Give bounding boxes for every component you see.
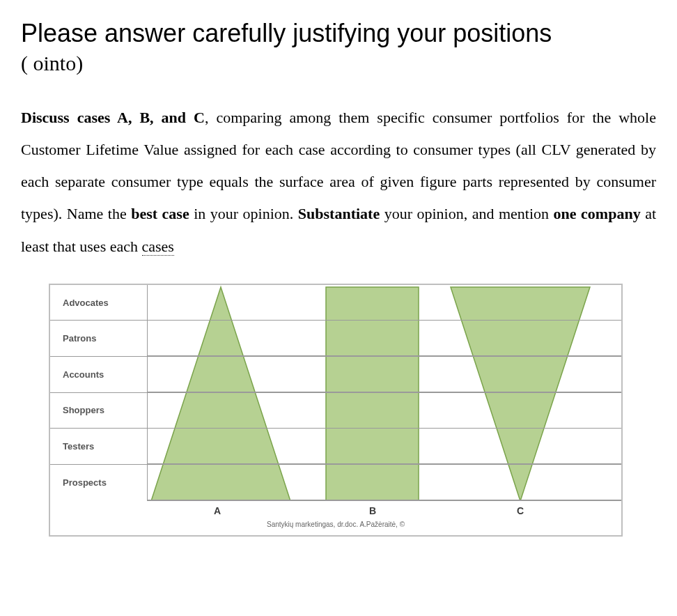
row-label: Shoppers [50,393,148,429]
instr-text-3: your opinion, and mention [380,205,553,222]
row-testers: Testers [50,429,621,465]
instr-text-2: in your opinion. [189,205,298,222]
chart-attribution: Santykių marketingas, dr.doc. A.Pažėrait… [50,521,621,535]
col-label-b: B [369,505,376,516]
row-prospects: Prospects [50,465,621,501]
instruction-text: Discuss cases A, B, and C, comparing amo… [21,102,656,263]
col-label-a: A [214,505,221,516]
instr-bold-4: one company [554,205,641,222]
row-label: Testers [50,429,148,465]
instr-bold-2: best case [131,205,189,222]
instr-bold-1: Discuss cases A, B, and C [21,109,205,126]
figure-container: Advocates Patrons Accounts Shoppers Test… [49,284,623,537]
column-labels: A B C [50,501,621,521]
row-shoppers: Shoppers [50,393,621,429]
row-label: Advocates [50,285,148,321]
row-accounts: Accounts [50,357,621,393]
question-header: Please answer carefully justifying your … [21,17,656,50]
row-label: Accounts [50,357,148,393]
header-fragment: ( ointo) [21,53,656,74]
row-patrons: Patrons [50,321,621,357]
row-label: Prospects [50,465,148,501]
instr-underline: cases [142,238,174,256]
col-label-c: C [517,505,524,516]
instr-bold-3: Substantiate [298,205,380,222]
row-advocates: Advocates [50,285,621,321]
chart-area: Advocates Patrons Accounts Shoppers Test… [50,285,621,501]
row-label: Patrons [50,321,148,357]
